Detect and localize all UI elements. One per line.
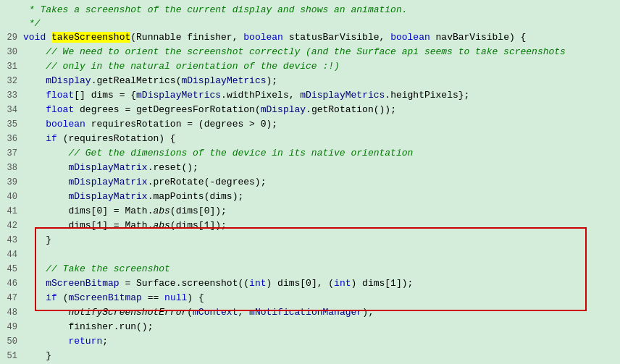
- line-num-46: 46: [0, 277, 23, 291]
- line-44: 44: [0, 247, 620, 262]
- line-text-32: mDisplay.getRealMetrics(mDisplayMetrics)…: [23, 74, 620, 88]
- line-num-37: 37: [0, 147, 23, 161]
- line-text-40: mDisplayMatrix.mapPoints(dims);: [23, 190, 620, 203]
- line-text: * Takes a screenshot of the current disp…: [23, 3, 620, 17]
- line-num-35: 35: [0, 118, 23, 132]
- line-num-50: 50: [0, 335, 23, 349]
- line-text-31: // only in the natural orientation of th…: [23, 59, 620, 73]
- line-num-30: 30: [0, 46, 23, 59]
- line-num-43: 43: [0, 234, 23, 247]
- line-35: 35 boolean requiresRotation = (degrees >…: [0, 117, 620, 132]
- line-33: 33 float[] dims = {mDisplayMetrics.width…: [0, 88, 620, 103]
- line-42: 42 dims[1] = Math.abs(dims[1]);: [0, 219, 620, 233]
- line-38: 38 mDisplayMatrix.reset();: [0, 161, 620, 175]
- line-51: 51 }: [0, 349, 620, 363]
- line-num-42: 42: [0, 219, 23, 233]
- line-39: 39 mDisplayMatrix.preRotate(-degrees);: [0, 175, 620, 190]
- line-45: 45 // Take the screenshot: [0, 262, 620, 276]
- line-37: 37 // Get the dimensions of the device i…: [0, 146, 620, 161]
- line-num-40: 40: [0, 190, 23, 204]
- line-text-37: // Get the dimensions of the device in i…: [23, 146, 620, 160]
- line-46: 46 mScreenBitmap = Surface.screenshot((i…: [0, 276, 620, 291]
- line-num-39: 39: [0, 176, 23, 190]
- line-close-comment: */: [0, 17, 620, 30]
- line-text-46: mScreenBitmap = Surface.screenshot((int)…: [23, 276, 620, 290]
- line-36: 36 if (requiresRotation) {: [0, 132, 620, 146]
- line-num-31: 31: [0, 60, 23, 74]
- line-comment1: * Takes a screenshot of the current disp…: [0, 3, 620, 17]
- line-text-35: boolean requiresRotation = (degrees > 0)…: [23, 117, 620, 131]
- line-text-48: notifyScreenshotError(mContext, mNotific…: [23, 305, 620, 319]
- line-num-45: 45: [0, 263, 23, 276]
- line-num-47: 47: [0, 292, 23, 305]
- line-text-38: mDisplayMatrix.reset();: [23, 161, 620, 174]
- line-text-44: [23, 247, 620, 261]
- line-41: 41 dims[0] = Math.abs(dims[0]);: [0, 204, 620, 219]
- line-text-39: mDisplayMatrix.preRotate(-degrees);: [23, 175, 620, 189]
- line-31: 31 // only in the natural orientation of…: [0, 59, 620, 74]
- line-text: */: [23, 17, 620, 30]
- line-num-44: 44: [0, 248, 23, 262]
- line-29: 29 void takeScreenshot(Runnable finisher…: [0, 30, 620, 45]
- line-30: 30 // We need to orient the screenshot c…: [0, 45, 620, 59]
- line-text-47: if (mScreenBitmap == null) {: [23, 291, 620, 305]
- line-num-29: 29: [0, 31, 23, 45]
- code-container: * Takes a screenshot of the current disp…: [0, 0, 620, 364]
- line-num-49: 49: [0, 321, 23, 334]
- line-text-45: // Take the screenshot: [23, 262, 620, 276]
- line-text-50: return;: [23, 334, 620, 348]
- line-34: 34 float degrees = getDegreesForRotation…: [0, 103, 620, 117]
- line-49: 49 finisher.run();: [0, 320, 620, 334]
- line-text-41: dims[0] = Math.abs(dims[0]);: [23, 204, 620, 218]
- line-num-41: 41: [0, 205, 23, 219]
- line-num-32: 32: [0, 75, 23, 88]
- line-text-34: float degrees = getDegreesForRotation(mD…: [23, 103, 620, 117]
- line-text-51: }: [23, 349, 620, 363]
- line-num-33: 33: [0, 89, 23, 103]
- line-text-36: if (requiresRotation) {: [23, 132, 620, 145]
- line-47: 47 if (mScreenBitmap == null) {: [0, 291, 620, 305]
- line-text-33: float[] dims = {mDisplayMetrics.widthPix…: [23, 88, 620, 102]
- line-num-34: 34: [0, 103, 23, 117]
- line-text-30: // We need to orient the screenshot corr…: [23, 45, 620, 59]
- line-text-49: finisher.run();: [23, 320, 620, 334]
- line-50: 50 return;: [0, 334, 620, 349]
- line-43: 43 }: [0, 233, 620, 247]
- line-num-38: 38: [0, 161, 23, 175]
- line-text-29: void takeScreenshot(Runnable finisher, b…: [23, 30, 620, 44]
- line-text-42: dims[1] = Math.abs(dims[1]);: [23, 219, 620, 232]
- line-48: 48 notifyScreenshotError(mContext, mNoti…: [0, 305, 620, 320]
- line-40: 40 mDisplayMatrix.mapPoints(dims);: [0, 190, 620, 204]
- line-text-43: }: [23, 233, 620, 247]
- line-num-48: 48: [0, 306, 23, 320]
- line-num-36: 36: [0, 132, 23, 146]
- line-32: 32 mDisplay.getRealMetrics(mDisplayMetri…: [0, 74, 620, 88]
- line-num-51: 51: [0, 350, 23, 363]
